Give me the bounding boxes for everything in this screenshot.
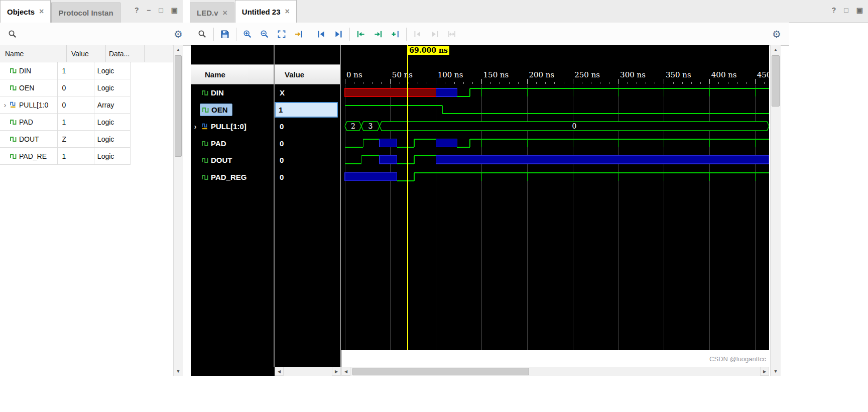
scroll-thumb[interactable] (772, 55, 780, 107)
wave-value-row[interactable]: 0 (275, 169, 340, 186)
signal-name-box[interactable]: PAD_REG (200, 171, 251, 183)
help-button[interactable]: ? (832, 6, 836, 14)
wave-scroll-thumb[interactable] (352, 368, 529, 375)
name-column-splitter[interactable] (274, 45, 275, 367)
wave-name-row[interactable]: DOUT (191, 152, 274, 169)
object-datatype: Logic (94, 148, 131, 164)
signal-name-selected[interactable]: OEN (200, 104, 232, 116)
objects-table-row[interactable]: PAD_RE1Logic (0, 148, 131, 165)
wave-name-row[interactable]: PAD (191, 135, 274, 152)
search-button[interactable] (5, 27, 20, 42)
close-icon[interactable]: × (223, 9, 227, 17)
wave-column-header: Name Value (191, 64, 341, 84)
wave-name-row[interactable]: PAD_REG (191, 169, 274, 186)
scroll-up-icon[interactable]: ▲ (771, 45, 781, 54)
help-button[interactable]: ? (135, 6, 139, 14)
float-button[interactable]: ▣ (171, 6, 178, 14)
signal-name-box[interactable]: DIN (200, 87, 228, 98)
close-icon[interactable]: × (285, 8, 290, 16)
svg-text:400 ns: 400 ns (711, 70, 737, 79)
add-marker-button[interactable] (388, 27, 403, 42)
wave-vscrollbar[interactable]: ▲ ▼ (770, 45, 781, 376)
signal-name-box[interactable]: PULL[1:0] (200, 121, 251, 132)
value-column-splitter[interactable] (340, 45, 341, 367)
zoom-cursor-button[interactable] (291, 27, 306, 42)
name-pane-footer (191, 367, 275, 376)
panel-window-controls: ?□▣ (832, 6, 863, 14)
objects-table-row[interactable]: ›PULL[1:00Array (0, 96, 131, 114)
tab-led-v[interactable]: LED.v × (190, 3, 234, 23)
object-value: 0 (58, 96, 94, 113)
column-header-filler (145, 45, 173, 62)
wave-value-row[interactable]: 0 (275, 118, 340, 135)
search-button[interactable] (195, 27, 210, 42)
zoom-out-button[interactable] (257, 27, 272, 42)
minimize-button[interactable]: – (147, 6, 151, 14)
expander-icon[interactable]: › (0, 100, 10, 109)
waveform-canvas[interactable]: 0 ns50 ns100 ns150 ns200 ns250 ns300 ns3… (341, 45, 769, 350)
signal-name-box[interactable]: PAD (200, 138, 230, 149)
svg-text:0: 0 (572, 122, 577, 130)
svg-text:50 ns: 50 ns (392, 70, 413, 79)
close-icon[interactable]: × (39, 8, 44, 16)
wave-header-name[interactable]: Name (191, 65, 275, 84)
names-scroll-left-icon[interactable]: ◀ (275, 367, 284, 376)
wave-value-row[interactable]: 1 (275, 101, 340, 119)
wave-canvas-area: 0 ns50 ns100 ns150 ns200 ns250 ns300 ns3… (341, 45, 769, 350)
toolbar-separator (349, 28, 350, 41)
tab-protocol-instances[interactable]: Protocol Instan (51, 3, 120, 23)
settings-button[interactable]: ⚙ (171, 27, 186, 42)
float-button[interactable]: ▣ (856, 6, 863, 14)
go-end-button[interactable] (331, 27, 346, 42)
scroll-thumb[interactable] (175, 55, 182, 157)
zoom-in-button[interactable] (240, 27, 255, 42)
object-name: PAD_RE (19, 152, 47, 160)
wave-header-value[interactable]: Value (275, 65, 341, 84)
zoom-fit-button[interactable] (274, 27, 289, 42)
objects-table-row[interactable]: PAD1Logic (0, 114, 131, 131)
signal-icon-wrap (10, 84, 19, 91)
wave-name-row[interactable]: DIN (191, 84, 274, 101)
save-button[interactable] (217, 27, 232, 42)
column-header-datatype[interactable]: Data... (106, 45, 145, 62)
wave-scroll-right-icon[interactable]: ▶ (760, 367, 769, 376)
object-value: Z (58, 131, 94, 147)
next-transition-button[interactable] (370, 27, 386, 42)
signal-icon-wrap (10, 119, 19, 125)
wave-name-row[interactable]: OEN (191, 101, 274, 119)
svg-text:300 ns: 300 ns (620, 70, 646, 79)
maximize-button[interactable]: □ (159, 6, 163, 14)
expander-icon[interactable]: › (191, 122, 200, 131)
column-header-name[interactable]: Name (0, 45, 67, 62)
go-start-button[interactable] (314, 27, 329, 42)
wave-name-row[interactable]: ›PULL[1:0] (191, 118, 274, 135)
signal-name: PULL[1:0] (211, 122, 246, 131)
scroll-up-icon[interactable]: ▲ (174, 45, 183, 54)
wave-scroll-left-icon[interactable]: ◀ (341, 367, 350, 376)
object-name: OEN (19, 84, 34, 92)
wave-value-row[interactable]: 0 (275, 135, 340, 152)
waveform-panel: LED.v × Untitled 23 × ?□▣ ⚙ DINOEN›PULL[… (190, 0, 868, 385)
value-edit-box[interactable]: 1 (275, 102, 338, 118)
wave-value-row[interactable]: X (275, 84, 340, 101)
signal-name-box[interactable]: DOUT (200, 154, 236, 166)
objects-table-row[interactable]: DOUTZLogic (0, 131, 131, 148)
tab-untitled-23[interactable]: Untitled 23 × (235, 0, 297, 23)
maximize-button[interactable]: □ (844, 6, 848, 14)
objects-table-row[interactable]: OEN0Logic (0, 79, 131, 96)
objects-table-row[interactable]: DIN1Logic (0, 62, 131, 79)
cursor-time-label[interactable]: 69.000 ns (408, 46, 449, 55)
tab-untitled-23-label: Untitled 23 (242, 8, 281, 16)
prev-transition-button[interactable] (353, 27, 368, 42)
zoom-cursor-icon (294, 30, 303, 39)
settings-button[interactable]: ⚙ (769, 27, 784, 42)
next-transition-icon (374, 30, 383, 39)
signal-value: 0 (275, 139, 284, 148)
wave-value-row[interactable]: 0 (275, 152, 340, 169)
scroll-down-icon[interactable]: ▼ (174, 367, 183, 376)
column-header-value[interactable]: Value (67, 45, 106, 62)
tab-objects[interactable]: Objects × (0, 0, 51, 23)
objects-vscrollbar[interactable]: ▲ ▼ (173, 45, 183, 376)
scroll-down-icon[interactable]: ▼ (771, 367, 781, 376)
names-scroll-right-icon[interactable]: ▶ (332, 367, 341, 376)
